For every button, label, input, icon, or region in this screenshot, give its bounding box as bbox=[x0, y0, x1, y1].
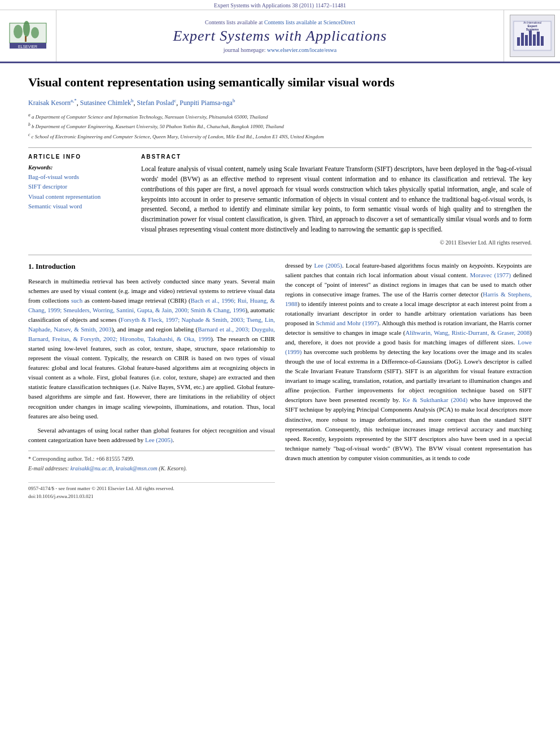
cite-moravec: Moravec (1977) bbox=[470, 272, 510, 278]
svg-rect-10 bbox=[521, 33, 524, 46]
cite-lee2: Lee (2005) bbox=[314, 262, 342, 269]
col1-para-1: Research in multimedia retrieval has bee… bbox=[28, 277, 275, 421]
abstract-panel: ABSTRACT Local feature analysis of visua… bbox=[141, 154, 532, 246]
svg-point-1 bbox=[14, 25, 23, 38]
author-2-sup: b bbox=[131, 98, 134, 103]
issn-line: 0957-4174/$ - see front matter © 2011 El… bbox=[28, 485, 275, 493]
article-info-abstract: ARTICLE INFO Keywords: Bag-of-visual wor… bbox=[28, 154, 532, 246]
svg-text:An International: An International bbox=[523, 21, 541, 24]
divider-2 bbox=[28, 255, 532, 255]
footnote-email: E-mail addresses: kraisakk@nu.ac.th, kra… bbox=[28, 464, 275, 473]
email-link-2[interactable]: kraisak@msn.com bbox=[116, 465, 158, 471]
affiliation-c: c c School of Electronic Engineering and… bbox=[28, 132, 532, 141]
bottom-bar: 0957-4174/$ - see front matter © 2011 El… bbox=[28, 482, 275, 501]
article-title: Visual content representation using sema… bbox=[28, 75, 532, 91]
main-content: Visual content representation using sema… bbox=[0, 63, 560, 512]
cite-lee: Lee (2005) bbox=[145, 436, 173, 443]
column-right: dressed by Lee (2005). Local feature-bas… bbox=[285, 261, 532, 501]
journal-citation: Expert Systems with Applications 38 (201… bbox=[214, 2, 346, 8]
article-info-panel: ARTICLE INFO Keywords: Bag-of-visual wor… bbox=[28, 154, 130, 246]
two-column-body: 1. Introduction Research in multimedia r… bbox=[28, 261, 532, 501]
cite-alihwarin: Alihwarin, Wang, Ristic-Durrant, & Grase… bbox=[405, 329, 530, 336]
word-and: and bbox=[69, 364, 78, 371]
svg-text:Systems: Systems bbox=[526, 28, 539, 31]
cite-lowe: Lowe (1999) bbox=[285, 339, 532, 355]
journal-header: ELSEVIER Contents lists available at Con… bbox=[0, 10, 560, 63]
author-1-sup: a,* bbox=[71, 98, 77, 103]
authors-line: Kraisak Kesorna,*, Sutasinee Chimlekb, S… bbox=[28, 98, 532, 107]
author-1: Kraisak Kesorn bbox=[28, 99, 71, 107]
author-2: Sutasinee Chimlek bbox=[80, 99, 131, 107]
keyword-3: Visual content representation bbox=[28, 193, 130, 200]
journal-title-area: Contents lists available at Contents lis… bbox=[56, 10, 504, 62]
journal-title: Expert Systems with Applications bbox=[173, 28, 387, 45]
keyword-2: SIFT descriptor bbox=[28, 182, 130, 190]
svg-rect-4 bbox=[25, 36, 27, 42]
journal-thumbnail: Expert Systems An International bbox=[510, 15, 555, 57]
section-1-heading: 1. Introduction bbox=[28, 261, 275, 272]
author-4-sup: b bbox=[233, 98, 235, 103]
copyright: © 2011 Elsevier Ltd. All rights reserved… bbox=[141, 239, 532, 246]
keyword-1: Bag-of-visual words bbox=[28, 173, 130, 181]
column-left: 1. Introduction Research in multimedia r… bbox=[28, 261, 275, 501]
svg-rect-15 bbox=[541, 36, 544, 46]
footnotes: * Corresponding author. Tel.: +66 81555 … bbox=[28, 451, 275, 473]
sciencedirect-text: Contents lists available at Contents lis… bbox=[205, 19, 355, 25]
affiliations: a a Department of Computer Science and I… bbox=[28, 112, 532, 141]
col2-para-1: dressed by Lee (2005). Local feature-bas… bbox=[285, 261, 532, 463]
article-info-label: ARTICLE INFO bbox=[28, 154, 130, 160]
cite-harris: Harris & Stephens, 1988 bbox=[285, 291, 532, 307]
affiliation-a: a a Department of Computer Science and I… bbox=[28, 112, 532, 121]
author-3-sup: c bbox=[174, 98, 176, 103]
abstract-label: ABSTRACT bbox=[141, 154, 532, 160]
svg-point-3 bbox=[31, 27, 39, 38]
abstract-text: Local feature analysis of visual content… bbox=[141, 164, 532, 235]
keywords-label: Keywords: bbox=[28, 164, 130, 171]
elsevier-logo-area: ELSEVIER bbox=[0, 10, 56, 62]
svg-rect-12 bbox=[529, 30, 532, 46]
svg-point-2 bbox=[23, 21, 30, 37]
journal-cover-icon: Expert Systems An International bbox=[513, 20, 552, 51]
elsevier-logo-icon: ELSEVIER bbox=[7, 20, 49, 51]
footnote-star: * Corresponding author. Tel.: +66 81555 … bbox=[28, 455, 275, 464]
journal-bar: Expert Systems with Applications 38 (201… bbox=[0, 0, 560, 10]
cite-schmid: Schmid and Mohr (1997) bbox=[316, 320, 379, 326]
homepage-link[interactable]: www.elsevier.com/locate/eswa bbox=[267, 47, 336, 53]
cite-ke: Ke & Sukthankar (2004) bbox=[403, 396, 467, 403]
sciencedirect-link[interactable]: Contents lists available at ScienceDirec… bbox=[264, 19, 355, 25]
journal-thumbnail-area: Expert Systems An International bbox=[504, 10, 560, 62]
email-link-1[interactable]: kraisakk@nu.ac.th bbox=[71, 465, 113, 471]
svg-rect-14 bbox=[537, 32, 540, 46]
svg-text:ELSEVIER: ELSEVIER bbox=[18, 45, 37, 49]
footnote-email-text: E-mail addresses: kraisakk@nu.ac.th, kra… bbox=[28, 465, 187, 471]
cite-bach: Bach et al., 1996; Rui, Huang, & Chang, … bbox=[28, 297, 275, 313]
svg-rect-11 bbox=[525, 35, 528, 46]
affiliation-b: b b Department of Computer Engineering, … bbox=[28, 121, 532, 131]
author-3: Stefan Poslad bbox=[137, 99, 174, 107]
doi-line: doi:10.1016/j.eswa.2011.03.021 bbox=[28, 493, 275, 501]
svg-rect-13 bbox=[533, 34, 536, 46]
cite-cbir: such bbox=[71, 297, 82, 304]
keyword-4: Semantic visual word bbox=[28, 202, 130, 210]
journal-homepage: journal homepage: www.elsevier.com/locat… bbox=[224, 47, 336, 53]
col1-para-2: Several advantages of using local rather… bbox=[28, 426, 275, 445]
divider-1 bbox=[28, 147, 532, 148]
author-4: Punpiti Piamsa-nga bbox=[180, 99, 233, 107]
word-such: such bbox=[341, 348, 352, 355]
svg-rect-9 bbox=[517, 37, 520, 46]
